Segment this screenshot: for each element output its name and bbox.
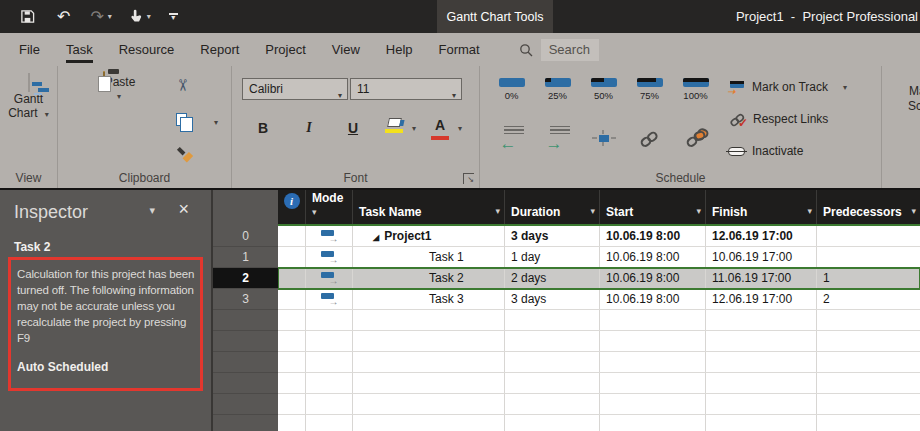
chevron-down-icon[interactable]: ▾ [312, 207, 317, 217]
percent-0-button[interactable]: 0% [492, 78, 531, 101]
table-row-task1[interactable]: → Task 1 1 day 10.06.19 8:00 10.06.19 17… [278, 247, 920, 268]
row-number[interactable]: 0 [213, 226, 278, 247]
chevron-down-icon[interactable]: ▾ [338, 86, 342, 106]
column-header-indicators[interactable]: i [278, 190, 306, 224]
cell-empty[interactable] [505, 331, 600, 351]
cell-empty[interactable] [306, 352, 353, 372]
cell-task-name[interactable]: Task 3 [353, 289, 505, 309]
undo-icon[interactable]: ↶ [57, 9, 70, 25]
cell-empty[interactable] [706, 310, 817, 330]
column-header-duration[interactable]: Duration ▾ [505, 190, 600, 224]
cell-empty[interactable] [817, 331, 920, 351]
chevron-down-icon[interactable]: ▾ [911, 205, 916, 218]
cell-task-name[interactable]: Task 1 [353, 247, 505, 267]
cell-start[interactable]: 10.06.19 8:00 [600, 289, 706, 309]
tab-report[interactable]: Report [187, 33, 252, 66]
highlight-color-button[interactable] [384, 118, 404, 133]
row-number-selected[interactable]: 2 [213, 268, 278, 289]
bold-button[interactable]: B [252, 120, 274, 136]
row-number[interactable]: 3 [213, 289, 278, 310]
chevron-down-icon[interactable]: ▾ [696, 205, 701, 218]
column-header-predecessors[interactable]: Predecessors ▾ [817, 190, 920, 224]
table-row-empty[interactable] [278, 394, 920, 415]
cell-empty[interactable] [278, 415, 306, 431]
search-box[interactable]: Search [519, 39, 599, 61]
cell-empty[interactable] [600, 352, 706, 372]
cell-empty[interactable] [306, 394, 353, 414]
cell-empty[interactable] [306, 415, 353, 431]
cell-predecessors[interactable] [817, 226, 920, 246]
font-name-combobox[interactable]: Calibri ▾ [242, 78, 348, 100]
contextual-tab-gantt-chart-tools[interactable]: Gantt Chart Tools [437, 0, 553, 33]
cell-empty[interactable] [353, 331, 505, 351]
tab-project[interactable]: Project [252, 33, 318, 66]
paste-dropdown-icon[interactable]: ▾ [92, 92, 146, 101]
cell-empty[interactable] [600, 373, 706, 393]
cell-empty[interactable] [706, 415, 817, 431]
cell-empty[interactable] [817, 352, 920, 372]
cell-predecessors[interactable]: 2 [817, 289, 920, 309]
cell-empty[interactable] [817, 373, 920, 393]
row-number-empty[interactable] [213, 415, 278, 431]
redo-dropdown-icon[interactable]: ▾ [108, 12, 112, 21]
row-number-empty[interactable] [213, 310, 278, 331]
row-number-empty[interactable] [213, 331, 278, 352]
tab-resource[interactable]: Resource [106, 33, 188, 66]
tab-view[interactable]: View [319, 33, 373, 66]
cell-empty[interactable] [278, 331, 306, 351]
table-row-empty[interactable] [278, 310, 920, 331]
chevron-down-icon[interactable]: ▾ [495, 205, 500, 218]
gantt-chart-button[interactable]: Gantt Chart ▾ [0, 66, 57, 122]
column-header-finish[interactable]: Finish ▾ [706, 190, 817, 224]
cell-empty[interactable] [505, 310, 600, 330]
cell-empty[interactable] [278, 352, 306, 372]
cut-icon[interactable]: ✂ [173, 79, 192, 92]
cell-empty[interactable] [353, 352, 505, 372]
font-color-dropdown-icon[interactable]: ▾ [458, 124, 462, 133]
format-painter-icon[interactable] [176, 146, 192, 166]
cell-empty[interactable] [278, 310, 306, 330]
font-dialog-launcher-icon[interactable]: ↘ [463, 173, 474, 184]
font-color-button[interactable]: A [430, 116, 450, 140]
underline-button[interactable]: U [342, 120, 364, 136]
copy-dropdown-icon[interactable]: ▾ [214, 118, 218, 127]
cell-duration[interactable]: 2 days [505, 268, 600, 288]
tab-task[interactable]: Task [53, 33, 106, 66]
cell-empty[interactable] [706, 373, 817, 393]
table-row-task2-selected[interactable]: → Task 2 2 days 10.06.19 8:00 11.06.19 1… [278, 268, 920, 289]
cell-empty[interactable] [278, 373, 306, 393]
cell-task-mode[interactable]: → [306, 226, 353, 246]
cell-finish[interactable]: 11.06.19 17:00 [706, 268, 817, 288]
outdent-task-button[interactable]: ← [492, 124, 531, 152]
save-icon[interactable] [20, 9, 35, 24]
cell-empty[interactable] [505, 352, 600, 372]
cell-empty[interactable] [353, 373, 505, 393]
cell-duration[interactable]: 1 day [505, 247, 600, 267]
touch-mode-icon[interactable] [128, 9, 143, 24]
indent-task-button[interactable]: → [538, 124, 577, 152]
cell-empty[interactable] [817, 394, 920, 414]
cell-empty[interactable] [353, 310, 505, 330]
cell-empty[interactable] [600, 394, 706, 414]
highlight-dropdown-icon[interactable]: ▾ [412, 124, 416, 133]
manually-schedule-button[interactable]: Manually Schedule [898, 84, 920, 114]
cell-empty[interactable] [600, 415, 706, 431]
cell-empty[interactable] [600, 331, 706, 351]
table-row-task3[interactable]: → Task 3 3 days 10.06.19 8:00 12.06.19 1… [278, 289, 920, 310]
split-task-button[interactable] [584, 124, 623, 152]
cell-empty[interactable] [353, 415, 505, 431]
cell-empty[interactable] [600, 310, 706, 330]
cell-empty[interactable] [505, 394, 600, 414]
cell-empty[interactable] [306, 310, 353, 330]
select-all-corner[interactable] [213, 190, 278, 226]
table-row-project1[interactable]: → ◢Project1 3 days 10.06.19 8:00 12.06.1… [278, 226, 920, 247]
cell-start[interactable]: 10.06.19 8:00 [600, 247, 706, 267]
percent-50-button[interactable]: 50% [584, 78, 623, 101]
cell-task-name[interactable]: ◢Project1 [353, 226, 505, 246]
cell-finish[interactable]: 12.06.19 17:00 [706, 226, 817, 246]
row-number-empty[interactable] [213, 373, 278, 394]
collapse-icon[interactable]: ◢ [373, 233, 379, 242]
cell-indicators[interactable] [278, 226, 306, 246]
font-size-combobox[interactable]: 11 ▾ [350, 78, 462, 100]
mark-on-track-button[interactable]: ➝ Mark on Track ▾ [728, 80, 847, 94]
